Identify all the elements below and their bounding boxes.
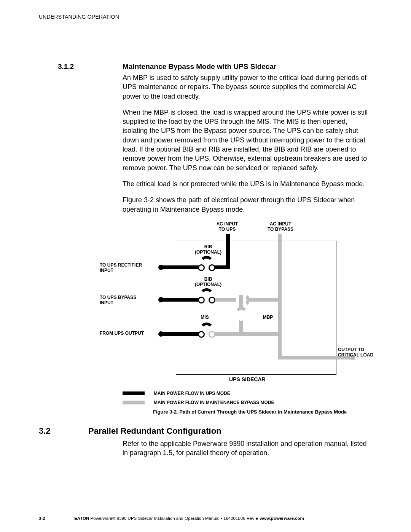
- legend-row: MAIN POWER FLOW IN MAINTENANCE BYPASS MO…: [123, 400, 374, 405]
- section-title: Maintenance Bypass Mode with UPS Sidecar: [123, 62, 276, 70]
- section-32-body: Refer to the applicable Powerware 9390 i…: [123, 439, 372, 458]
- legend-swatch-black: [123, 391, 145, 395]
- label-rib: RIB (OPTIONAL): [193, 244, 223, 255]
- paragraph: An MBP is used to safely supply utility …: [123, 73, 372, 101]
- label-ups-sidecar: UPS SIDECAR: [229, 376, 266, 382]
- label-ac-input-bypass: AC INPUT TO BYPASS: [263, 222, 298, 232]
- section-312-body: An MBP is used to safely supply utility …: [123, 73, 372, 214]
- paragraph: When the MBP is closed, the load is wrap…: [123, 108, 372, 173]
- line-crossover-icon: [234, 307, 248, 321]
- line: [215, 332, 241, 336]
- label-to-ups-rectifier: TO UPS RECTIFIER INPUT: [100, 263, 161, 273]
- figure-legend: MAIN POWER FLOW IN UPS MODE MAIN POWER F…: [123, 391, 374, 405]
- page-footer: 3-2 EATON Powerware® 9390 UPS Sidecar In…: [39, 516, 372, 521]
- footer-manual: Powerware® 9390 UPS Sidecar Installation…: [89, 516, 260, 521]
- label-bib: BIB (OPTIONAL): [193, 277, 223, 288]
- line: [176, 265, 199, 269]
- paragraph: The critical load is not protected while…: [123, 179, 372, 189]
- line: [226, 234, 230, 268]
- line: [278, 356, 336, 359]
- section-number: 3.1.2: [58, 62, 123, 71]
- label-mis: MIS: [197, 315, 212, 320]
- figure-3-2: AC INPUT TO UPS AC INPUT TO BYPASS RIB (…: [123, 222, 374, 415]
- label-mbp: MBP: [260, 315, 276, 320]
- line: [176, 298, 199, 302]
- legend-label: MAIN POWER FLOW IN UPS MODE: [154, 391, 230, 396]
- section-title: Parallel Redundant Configuration: [88, 426, 221, 436]
- diagram-ups-sidecar: AC INPUT TO UPS AC INPUT TO BYPASS RIB (…: [123, 222, 366, 385]
- line: [278, 295, 282, 359]
- paragraph: Refer to the applicable Powerware 9390 i…: [123, 439, 372, 458]
- legend-row: MAIN POWER FLOW IN UPS MODE: [123, 391, 374, 396]
- label-ac-input-ups: AC INPUT TO UPS: [212, 222, 242, 232]
- footer-url: www.powerware.com: [260, 516, 304, 521]
- line: [239, 332, 282, 336]
- section-number: 3.2: [39, 426, 88, 436]
- label-from-ups-output: FROM UPS OUTPUT: [100, 331, 161, 336]
- page-number: 3-2: [39, 516, 73, 521]
- heading-3-1-2: 3.1.2Maintenance Bypass Mode with UPS Si…: [58, 62, 372, 71]
- heading-3-2: 3.2Parallel Redundant Configuration: [39, 426, 372, 436]
- running-header: UNDERSTANDING OPERATION: [39, 14, 372, 20]
- footer-company: EATON: [74, 516, 89, 521]
- paragraph: Figure 3‑2 shows the path of electrical …: [123, 195, 372, 214]
- line: [215, 265, 230, 269]
- legend-swatch-gray: [123, 401, 145, 404]
- label-to-ups-bypass: TO UPS BYPASS INPUT: [100, 295, 161, 306]
- line: [247, 298, 282, 302]
- figure-caption: Figure 3‑2. Path of Current Through the …: [153, 409, 374, 415]
- legend-label: MAIN POWER FLOW IN MAINTENANCE BYPASS MO…: [154, 400, 274, 405]
- line: [278, 234, 282, 295]
- page: UNDERSTANDING OPERATION 3.1.2Maintenance…: [0, 0, 411, 532]
- label-output-critical-load: OUTPUT TO CRITICAL LOAD: [338, 347, 384, 358]
- line: [176, 332, 199, 336]
